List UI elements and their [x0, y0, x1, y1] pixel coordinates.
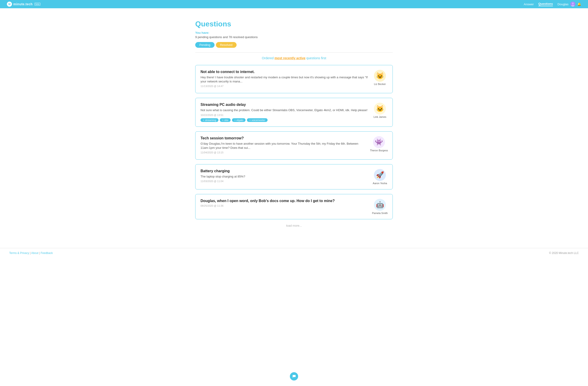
- tag-voicemeeter: + voicemeeter: [247, 118, 267, 122]
- svg-point-0: [572, 2, 574, 4]
- question-card-right: 😺 Liz Becker: [372, 70, 388, 85]
- question-card-right: 🚀 Aaron Yesha: [372, 169, 388, 185]
- question-date: 11/03/2020 @ 11:04: [201, 180, 368, 183]
- question-card-right: 🐱 Link James: [372, 103, 388, 118]
- order-link[interactable]: most recently active: [274, 56, 305, 60]
- question-title: Streaming PC audio delay: [201, 103, 368, 107]
- you-have-label: You have:: [195, 31, 393, 34]
- header-user: Douglas 🔔: [557, 2, 581, 7]
- footer-terms[interactable]: Terms & Privacy: [9, 251, 29, 255]
- footer-links: Terms & Privacy | About | Feedback: [9, 251, 53, 255]
- questions-list: Not able to connect to internet. Hey the…: [195, 65, 393, 219]
- question-date: 08/25/2020 @ 11:36: [201, 204, 368, 207]
- question-excerpt: G'day Douglas,I'm keen to have another s…: [201, 142, 366, 150]
- svg-point-1: [571, 5, 574, 7]
- question-excerpt: Not sure what is causing the problem. Co…: [201, 108, 368, 112]
- header-nav: Answer Questions Douglas 🔔: [524, 2, 581, 7]
- question-title: Battery charging: [201, 169, 368, 173]
- question-user-name: Pamela Smith: [372, 212, 388, 214]
- question-excerpt: Hey there! I have trouble shooter and re…: [201, 75, 368, 83]
- question-card-left: Douglas, when I open word, only Bob's do…: [201, 199, 368, 208]
- avatar[interactable]: [570, 2, 575, 7]
- nav-username[interactable]: Douglas: [557, 2, 568, 6]
- main-content: Questions You have: 9 pending questions …: [191, 8, 397, 248]
- footer-about[interactable]: About: [31, 251, 38, 255]
- page-title: Questions: [195, 20, 393, 28]
- question-card-right: 👾 Theron Burgess: [370, 136, 388, 152]
- logo-icon: M: [7, 2, 12, 7]
- order-suffix: questions first: [305, 56, 326, 60]
- question-card-left: Battery charging The laptop stop chargin…: [201, 169, 368, 183]
- question-excerpt: The laptop stop charging at 85%?: [201, 175, 368, 179]
- question-title: Douglas, when I open word, only Bob's do…: [201, 199, 368, 203]
- tags-row: + streaming+ obs+ elgato+ voicemeeter: [201, 118, 368, 122]
- question-title: Not able to connect to internet.: [201, 70, 368, 74]
- logo-beta: beta: [34, 3, 41, 5]
- nav-answer[interactable]: Answer: [524, 2, 534, 6]
- question-avatar: 🤖: [374, 199, 386, 211]
- order-text: Ordered: [262, 56, 274, 60]
- nav-questions[interactable]: Questions: [538, 2, 553, 6]
- header: M minute.tech beta Answer Questions Doug…: [0, 0, 588, 8]
- order-label: Ordered most recently active questions f…: [195, 56, 393, 60]
- footer-copyright: © 2020 Minute.tech LLC: [549, 251, 579, 255]
- load-more-button[interactable]: load more...: [195, 224, 393, 227]
- question-avatar: 🚀: [374, 169, 386, 181]
- question-date: 10/22/2020 @ 13:51: [201, 114, 368, 116]
- question-user-name: Theron Burgess: [370, 149, 388, 152]
- divider: [195, 52, 393, 53]
- question-date: 11/13/2020 @ 14:47: [201, 85, 368, 87]
- tag-obs: + obs: [220, 118, 231, 122]
- footer-feedback[interactable]: Feedback: [41, 251, 53, 255]
- tag-elgato: + elgato: [232, 118, 246, 122]
- question-date: 11/04/2020 @ 13:15: [201, 151, 366, 154]
- you-have-count: 9 pending questions and 78 resolved ques…: [195, 35, 393, 39]
- question-card[interactable]: Douglas, when I open word, only Bob's do…: [195, 194, 393, 219]
- tab-pending[interactable]: Pending: [195, 42, 214, 48]
- question-avatar: 🐱: [374, 103, 386, 115]
- question-card-left: Streaming PC audio delay Not sure what i…: [201, 103, 368, 122]
- question-card-right: 🤖 Pamela Smith: [372, 199, 388, 214]
- footer: Terms & Privacy | About | Feedback © 202…: [0, 248, 588, 258]
- question-card-left: Tech session tomorrow? G'day Douglas,I'm…: [201, 136, 366, 155]
- question-card[interactable]: Tech session tomorrow? G'day Douglas,I'm…: [195, 131, 393, 160]
- bell-icon[interactable]: 🔔: [577, 2, 581, 6]
- tab-resolved[interactable]: Resolved: [216, 42, 237, 48]
- question-card-left: Not able to connect to internet. Hey the…: [201, 70, 368, 88]
- question-user-name: Liz Becker: [374, 83, 386, 85]
- tag-streaming: + streaming: [201, 118, 218, 122]
- question-avatar: 😺: [374, 70, 386, 82]
- question-card[interactable]: Streaming PC audio delay Not sure what i…: [195, 98, 393, 126]
- question-avatar: 👾: [373, 136, 385, 148]
- question-title: Tech session tomorrow?: [201, 136, 366, 140]
- question-card[interactable]: Not able to connect to internet. Hey the…: [195, 65, 393, 93]
- logo-text: minute.tech: [13, 2, 33, 6]
- tabs-container: Pending Resolved: [195, 42, 393, 48]
- logo[interactable]: M minute.tech beta: [7, 2, 41, 7]
- question-user-name: Aaron Yesha: [373, 182, 387, 185]
- question-card[interactable]: Battery charging The laptop stop chargin…: [195, 164, 393, 189]
- question-user-name: Link James: [374, 116, 386, 118]
